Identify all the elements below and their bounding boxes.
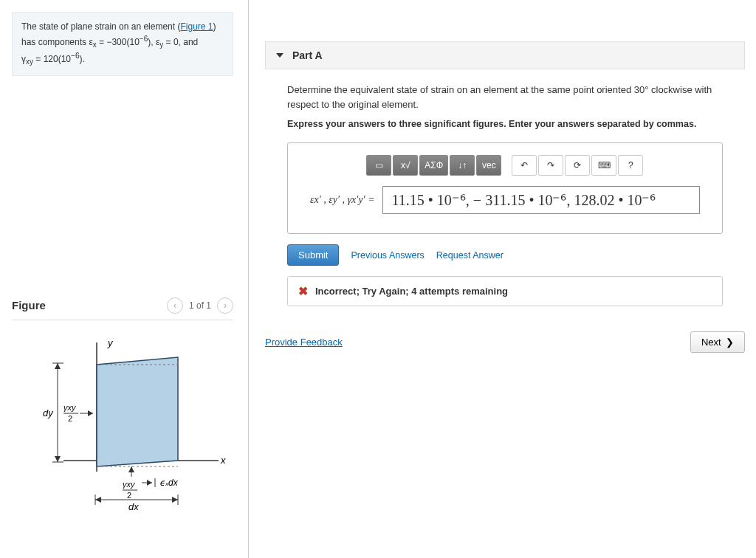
svg-marker-2 [97,357,178,466]
button-row: Submit Previous Answers Request Answer [287,244,723,266]
right-panel: Part A Determine the equivalent state of… [249,0,756,558]
figure-svg: y x dy γxy 2 [12,335,233,512]
figure-next-button[interactable]: › [217,297,233,314]
figure-pager: ‹ 1 of 1 › [167,297,233,314]
figure-body: y x dy γxy 2 [12,320,233,512]
line2b: = 120(10 [33,54,71,64]
figure-title: Figure [12,299,46,311]
svg-marker-18 [172,497,178,503]
vector-button[interactable]: vec [476,155,501,176]
problem-statement: The state of plane strain on an element … [12,12,233,76]
svg-marker-13 [88,410,93,416]
equation-toolbar: ▭ x√ ΑΣΦ ↓↑ vec ↶ ↷ ⟳ ⌨ ? [310,155,700,176]
exp1: −6 [140,35,148,43]
svg-marker-20 [128,466,134,472]
part-a-instruction: Express your answers to three significan… [287,119,723,129]
feedback-box: ✖ Incorrect; Try Again; 4 attempts remai… [287,276,723,306]
provide-feedback-link[interactable]: Provide Feedback [265,337,343,348]
gxy2-bot-den: 2 [127,491,131,500]
mid1: ), ε [148,37,159,47]
greek-button[interactable]: ΑΣΦ [419,155,448,176]
figure-prev-button[interactable]: ‹ [167,297,183,314]
exp2: −6 [71,52,79,60]
figure-link[interactable]: Figure 1 [180,21,213,32]
eq1: = −300(10 [97,37,140,47]
dy-label: dy [43,407,54,418]
fraction-button[interactable]: x√ [393,155,418,176]
footer-row: Provide Feedback Next ❯ [265,331,745,353]
template-button[interactable]: ▭ [366,155,391,176]
eq2: = 0, and [163,37,198,47]
caret-down-icon [276,53,284,58]
svg-marker-10 [55,456,61,462]
next-label: Next [701,337,721,348]
axis-x-label: x [220,455,226,466]
answer-line: εx′ , εy′ , γx′y′ = 11.15 • 10⁻⁶, − 311.… [310,186,700,214]
part-a-header[interactable]: Part A [265,41,745,69]
request-answer-link[interactable]: Request Answer [436,250,504,261]
gxy-sub: xy [26,58,33,66]
svg-marker-17 [95,497,101,503]
gxy2-left-num: γxy [63,403,77,412]
next-button[interactable]: Next ❯ [690,331,745,353]
answer-box: ▭ x√ ΑΣΦ ↓↑ vec ↶ ↷ ⟳ ⌨ ? εx′ , εy′ , γx… [287,142,723,234]
svg-marker-9 [55,363,61,369]
subscript-button[interactable]: ↓↑ [450,155,475,176]
part-a-statement: Determine the equivalent state of strain… [287,83,723,111]
incorrect-icon: ✖ [298,284,308,298]
dx-label: dx [128,501,139,512]
previous-answers-link[interactable]: Previous Answers [351,250,424,261]
gxy2-bot-num: γxy [123,480,136,489]
left-panel: The state of plane strain on an element … [0,0,249,558]
submit-button[interactable]: Submit [287,244,339,266]
part-a-title: Part A [292,49,323,61]
exdx-label: ϵₓdx [159,478,179,488]
help-button[interactable]: ? [618,155,643,176]
stmt-pre: The state of plane strain on an element … [21,21,180,32]
axis-y-label: y [107,337,114,348]
answer-label: εx′ , εy′ , γx′y′ = [310,194,375,206]
svg-marker-23 [147,480,152,486]
reset-button[interactable]: ⟳ [565,155,590,176]
line2c: ). [79,54,84,64]
feedback-text: Incorrect; Try Again; 4 attempts remaini… [315,286,508,297]
answer-input[interactable]: 11.15 • 10⁻⁶, − 311.15 • 10⁻⁶, 128.02 • … [382,186,700,214]
keyboard-button[interactable]: ⌨ [591,155,616,176]
undo-button[interactable]: ↶ [512,155,537,176]
chevron-right-icon: ❯ [726,337,734,348]
figure-page-indicator: 1 of 1 [189,300,211,311]
part-a-body: Determine the equivalent state of strain… [265,69,745,306]
gxy2-left-den: 2 [68,414,72,423]
redo-button[interactable]: ↷ [538,155,563,176]
figure-header: Figure ‹ 1 of 1 › [12,297,233,320]
